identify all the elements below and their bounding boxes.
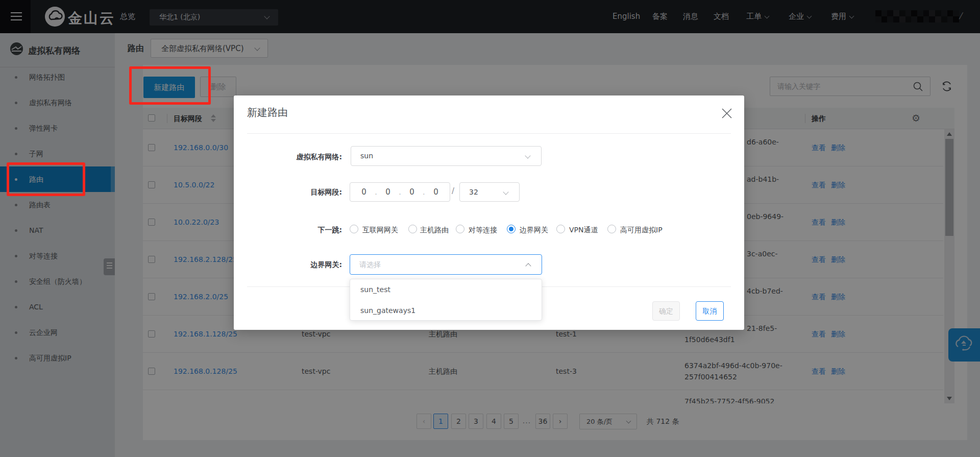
radio-label[interactable]: 互联网网关 (362, 226, 398, 235)
vpc-select-value: sun (360, 152, 373, 160)
ip-octet[interactable]: 0 (433, 187, 438, 197)
dropdown-option-sun_gateways1[interactable]: sun_gateways1 (350, 300, 542, 321)
annotation-box-create-button (129, 66, 211, 105)
radio-VPN通道[interactable] (556, 225, 565, 233)
radio-边界网关[interactable] (507, 225, 516, 233)
radio-label[interactable]: 高可用虚拟IP (620, 226, 663, 235)
gateway-placeholder: 请选择 (359, 260, 381, 270)
ip-octet[interactable]: 0 (385, 187, 390, 197)
close-icon[interactable] (721, 108, 732, 119)
radio-label[interactable]: 边界网关 (520, 226, 548, 235)
create-route-modal: 新建路由 虚拟私有网络: sun 目标网段: 0.0.0.0 / 32 下一跳:… (234, 95, 744, 330)
vpc-field-label: 虚拟私有网络: (247, 153, 342, 162)
mask-select[interactable]: 32 (459, 182, 520, 202)
dropdown-option-sun_test[interactable]: sun_test (350, 279, 542, 300)
radio-label[interactable]: 主机路由 (420, 226, 449, 235)
gateway-select[interactable]: 请选择 (350, 254, 542, 275)
radio-高可用虚拟IP[interactable] (607, 225, 616, 233)
ip-octet[interactable]: 0 (361, 187, 366, 197)
cidr-field-label: 目标网段: (247, 188, 342, 197)
gateway-field-label: 边界网关: (247, 260, 342, 270)
radio-互联网网关[interactable] (350, 225, 358, 233)
cidr-slash: / (452, 186, 454, 196)
radio-主机路由[interactable] (408, 225, 417, 233)
annotation-box-route-item (7, 162, 85, 196)
nexthop-field-label: 下一跳: (247, 226, 342, 235)
radio-label[interactable]: VPN通道 (569, 226, 598, 235)
confirm-button[interactable]: 确定 (652, 301, 680, 321)
vpc-select[interactable]: sun (351, 146, 542, 166)
chevron-down-icon (525, 153, 530, 158)
ip-octet[interactable]: 0 (409, 187, 414, 197)
cancel-button[interactable]: 取消 (696, 301, 724, 321)
ip-address-input[interactable]: 0.0.0.0 (350, 182, 450, 202)
radio-label[interactable]: 对等连接 (469, 226, 497, 235)
chevron-up-icon (525, 263, 531, 269)
modal-title: 新建路由 (247, 106, 288, 119)
radio-对等连接[interactable] (456, 225, 464, 233)
mask-value: 32 (469, 188, 478, 196)
chevron-down-icon (503, 189, 508, 195)
divider (247, 133, 731, 134)
gateway-dropdown: sun_testsun_gateways1 (350, 279, 542, 321)
